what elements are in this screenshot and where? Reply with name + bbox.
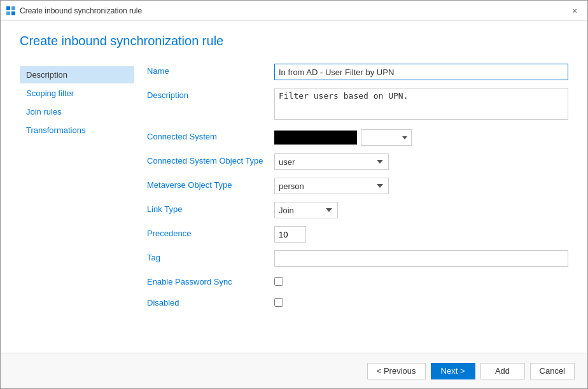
disabled-checkbox[interactable] (274, 298, 283, 307)
precedence-row: Precedence (147, 226, 568, 243)
content-area: Create inbound synchronization rule Desc… (1, 21, 587, 353)
tag-control (274, 250, 568, 267)
cs-object-type-label: Connected System Object Type (147, 153, 274, 166)
sidebar: Description Scoping filter Join rules Tr… (20, 64, 134, 353)
add-button[interactable]: Add (480, 363, 525, 379)
form-area: Name Description Connected System (134, 64, 568, 353)
app-icon (6, 6, 16, 16)
connected-system-inner (274, 129, 568, 146)
next-button[interactable]: Next > (431, 363, 475, 379)
sidebar-item-transformations[interactable]: Transformations (20, 122, 134, 139)
svg-rect-3 (11, 11, 15, 15)
tag-label: Tag (147, 250, 274, 262)
enable-password-sync-row: Enable Password Sync (147, 274, 568, 288)
close-button[interactable]: × (567, 3, 582, 18)
tag-input[interactable] (274, 250, 568, 267)
mv-object-type-row: Metaverse Object Type person (147, 178, 568, 194)
mv-object-type-dropdown[interactable]: person (274, 178, 389, 194)
cs-object-type-dropdown[interactable]: user (274, 153, 389, 170)
sidebar-item-join-rules[interactable]: Join rules (20, 103, 134, 120)
enable-password-sync-control (274, 274, 568, 288)
mv-object-type-label: Metaverse Object Type (147, 178, 274, 190)
link-type-dropdown[interactable]: Join (274, 202, 338, 218)
svg-rect-0 (6, 6, 10, 10)
connected-system-black-box (274, 131, 357, 145)
cs-object-type-row: Connected System Object Type user (147, 153, 568, 170)
svg-rect-1 (11, 6, 15, 10)
disabled-label: Disabled (147, 295, 274, 308)
title-bar: Create inbound synchronization rule × (1, 1, 587, 21)
connected-system-dropdown[interactable] (361, 129, 412, 146)
description-control (274, 88, 568, 122)
name-row: Name (147, 64, 568, 80)
description-input[interactable] (274, 88, 568, 120)
cancel-button[interactable]: Cancel (530, 363, 575, 379)
description-label: Description (147, 88, 274, 100)
precedence-label: Precedence (147, 226, 274, 238)
name-label: Name (147, 64, 274, 76)
tag-row: Tag (147, 250, 568, 267)
previous-button[interactable]: < Previous (367, 363, 426, 379)
mv-object-type-control: person (274, 178, 568, 194)
svg-rect-2 (6, 11, 10, 15)
sidebar-item-description[interactable]: Description (20, 66, 134, 83)
name-control (274, 64, 568, 80)
description-row: Description (147, 88, 568, 122)
enable-password-sync-label: Enable Password Sync (147, 274, 274, 286)
main-layout: Description Scoping filter Join rules Tr… (20, 64, 568, 353)
precedence-control (274, 226, 568, 243)
link-type-row: Link Type Join (147, 202, 568, 218)
sidebar-item-scoping-filter[interactable]: Scoping filter (20, 85, 134, 102)
footer: < Previous Next > Add Cancel (1, 353, 587, 388)
precedence-input[interactable] (274, 226, 306, 243)
link-type-label: Link Type (147, 202, 274, 214)
window-title: Create inbound synchronization rule (20, 6, 142, 15)
page-title: Create inbound synchronization rule (20, 34, 568, 48)
enable-password-sync-checkbox[interactable] (274, 277, 283, 286)
cs-object-type-control: user (274, 153, 568, 170)
connected-system-control (274, 129, 568, 146)
name-input[interactable] (274, 64, 568, 80)
disabled-control (274, 295, 568, 309)
title-bar-left: Create inbound synchronization rule (6, 6, 142, 16)
connected-system-row: Connected System (147, 129, 568, 146)
disabled-row: Disabled (147, 295, 568, 309)
main-window: Create inbound synchronization rule × Cr… (0, 0, 588, 389)
connected-system-label: Connected System (147, 129, 274, 141)
link-type-control: Join (274, 202, 568, 218)
